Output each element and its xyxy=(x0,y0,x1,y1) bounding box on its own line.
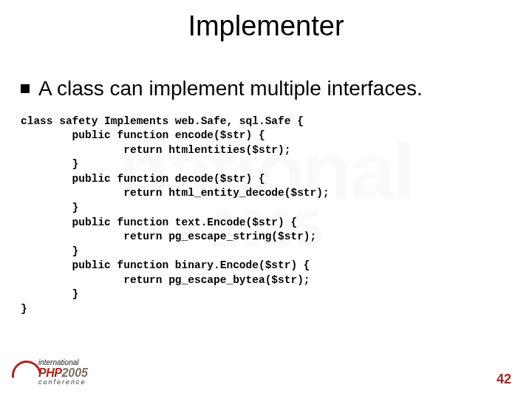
logo-line-conference: conference xyxy=(38,379,88,386)
bullet-item: A class can implement multiple interface… xyxy=(0,76,532,101)
page-number: 42 xyxy=(497,372,511,387)
logo-text: international PHP2005 conference xyxy=(38,359,88,386)
logo-brand: PHP xyxy=(38,366,61,379)
logo-year: 2005 xyxy=(61,366,88,379)
conference-logo: international PHP2005 conference xyxy=(12,356,115,392)
bullet-text: A class can implement multiple interface… xyxy=(38,76,423,101)
code-block: class safety Implements web.Safe, sql.Sa… xyxy=(0,115,532,317)
square-bullet-icon xyxy=(21,84,30,93)
slide-title: Implementer xyxy=(0,10,532,42)
